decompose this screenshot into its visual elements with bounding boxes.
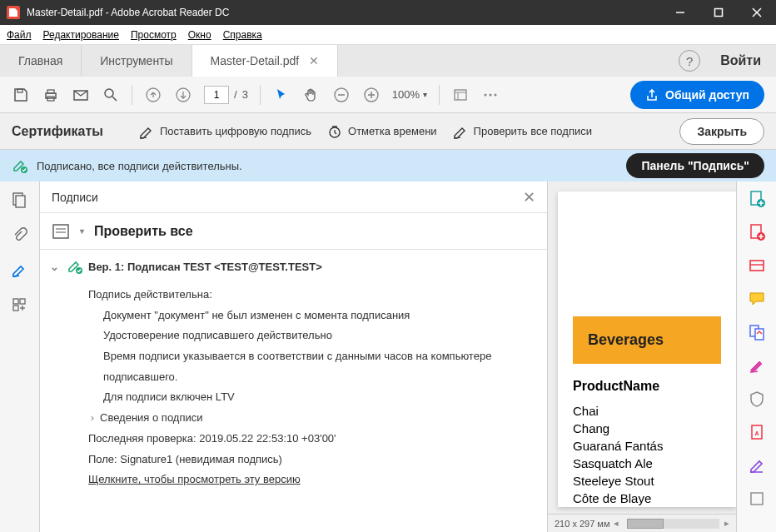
- svg-rect-33: [53, 225, 68, 238]
- next-page-icon[interactable]: [174, 86, 192, 104]
- svg-rect-44: [755, 329, 764, 340]
- sig-field: Поле: Signature1 (невидимая подпись): [88, 450, 540, 470]
- page-indicator: / 3: [204, 86, 248, 104]
- verify-all-row: ▾ Проверить все: [40, 213, 547, 250]
- maximize-button[interactable]: [699, 0, 738, 25]
- protect-icon[interactable]: [748, 390, 766, 408]
- main-area: Подписи ✕ ▾ Проверить все ⌄ Вер. 1: Подп…: [0, 181, 776, 532]
- main-toolbar: / 3 100%▾ Общий доступ: [0, 77, 776, 113]
- signature-version-row[interactable]: ⌄ Вер. 1: Подписан TEST <TEST@TEST.TEST>: [50, 258, 540, 275]
- certificates-toolbar: Сертификаты Поставить цифровую подпись О…: [0, 113, 776, 150]
- menu-file[interactable]: Файл: [7, 29, 32, 41]
- svg-rect-48: [751, 493, 763, 505]
- horizontal-scrollbar[interactable]: 210 x 297 мм ◂ ▸: [548, 514, 736, 532]
- signatures-icon[interactable]: [11, 261, 29, 280]
- cert-title: Сертификаты: [12, 124, 103, 139]
- signature-panel: Подписи ✕ ▾ Проверить все ⌄ Вер. 1: Подп…: [40, 181, 548, 532]
- thumbnails-icon[interactable]: [11, 191, 29, 210]
- sig-valid-label: Подпись действительна:: [88, 285, 540, 306]
- sign-icon[interactable]: [748, 356, 766, 375]
- zoom-level[interactable]: 100%▾: [392, 88, 427, 101]
- sig-last-check: Последняя проверка: 2019.05.22 22:53:10 …: [88, 429, 540, 450]
- signature-banner: Подписано, все подписи действительны. Па…: [0, 150, 776, 181]
- pen-icon: [138, 123, 155, 140]
- table-row: Guaraná Fantás: [573, 437, 721, 455]
- menu-view[interactable]: Просмотр: [131, 29, 177, 41]
- signature-valid-icon: [12, 157, 28, 174]
- banner-text: Подписано, все подписи действительны.: [37, 160, 618, 172]
- cert-verify-button[interactable]: Проверить все подписи: [452, 123, 592, 140]
- document-view[interactable]: Beverages ProductName Chai Chang Guaraná…: [548, 181, 736, 532]
- title-bar: Master-Detail.pdf - Adobe Acrobat Reader…: [0, 0, 776, 25]
- page-input[interactable]: [204, 86, 229, 104]
- share-button[interactable]: Общий доступ: [630, 81, 764, 109]
- column-header: ProductName: [573, 379, 721, 394]
- collapse-icon[interactable]: ⌄: [50, 261, 58, 273]
- close-tab-icon[interactable]: ✕: [309, 54, 319, 67]
- tab-document[interactable]: Master-Detail.pdf ✕: [192, 45, 339, 77]
- table-row: Chang: [573, 420, 721, 437]
- cert-timestamp-button[interactable]: Отметка времени: [326, 123, 437, 140]
- edit-pdf-icon[interactable]: [748, 256, 766, 275]
- menu-bar: Файл Редактирование Просмотр Окно Справк…: [0, 25, 776, 45]
- export-pdf-icon[interactable]: A: [748, 423, 766, 441]
- tab-tools[interactable]: Инструменты: [82, 45, 192, 77]
- signature-panel-button[interactable]: Панель "Подпись": [626, 153, 764, 178]
- comment-icon[interactable]: [748, 290, 766, 308]
- mail-icon[interactable]: [72, 86, 90, 104]
- layout-icon[interactable]: [451, 86, 470, 104]
- create-pdf-icon[interactable]: [748, 190, 766, 208]
- sig-panel-header: Подписи ✕: [40, 181, 547, 213]
- view-version-link[interactable]: Щелкните, чтобы просмотреть эту версию: [88, 470, 540, 490]
- app-icon: [7, 6, 20, 19]
- clock-icon: [326, 123, 343, 140]
- prev-page-icon[interactable]: [144, 86, 162, 104]
- table-row: Chai: [573, 402, 721, 420]
- table-row: Steeleye Stout: [573, 472, 721, 490]
- left-nav-rail: [0, 181, 40, 532]
- zoom-out-icon[interactable]: [332, 86, 351, 104]
- select-tool-icon[interactable]: [272, 86, 291, 104]
- zoom-in-icon[interactable]: [362, 86, 381, 104]
- svg-point-21: [485, 93, 487, 96]
- search-icon[interactable]: [102, 86, 120, 104]
- table-row: Côte de Blaye: [573, 490, 721, 507]
- svg-line-10: [112, 97, 117, 101]
- svg-point-23: [495, 93, 497, 96]
- attachments-icon[interactable]: [11, 226, 29, 245]
- close-panel-icon[interactable]: ✕: [523, 188, 535, 206]
- pdf-page: Beverages ProductName Chai Chang Guaraná…: [558, 191, 736, 507]
- more-tools-icon[interactable]: [748, 490, 766, 508]
- help-button[interactable]: ?: [679, 50, 700, 72]
- svg-text:A: A: [754, 430, 759, 436]
- close-window-button[interactable]: [738, 0, 776, 25]
- signature-valid-icon: [67, 258, 83, 275]
- hand-tool-icon[interactable]: [302, 86, 321, 104]
- tab-home[interactable]: Главная: [0, 45, 82, 77]
- svg-rect-27: [16, 196, 25, 207]
- svg-point-22: [490, 93, 492, 96]
- organize-icon[interactable]: [748, 323, 766, 341]
- cert-sign-button[interactable]: Поставить цифровую подпись: [138, 123, 311, 140]
- save-icon[interactable]: [12, 86, 30, 104]
- menu-edit[interactable]: Редактирование: [43, 29, 119, 41]
- menu-help[interactable]: Справка: [223, 29, 262, 41]
- combine-pdf-icon[interactable]: [748, 223, 766, 241]
- share-icon: [645, 88, 659, 102]
- svg-rect-18: [455, 90, 466, 100]
- minimize-button[interactable]: [661, 0, 699, 25]
- list-icon: [52, 222, 70, 241]
- login-button[interactable]: Войти: [720, 53, 761, 68]
- layers-icon[interactable]: [11, 296, 29, 315]
- cert-close-button[interactable]: Закрыть: [679, 118, 764, 145]
- fill-sign-icon[interactable]: [748, 456, 766, 475]
- more-icon[interactable]: [481, 86, 500, 104]
- window-title: Master-Detail.pdf - Adobe Acrobat Reader…: [27, 7, 661, 18]
- svg-rect-6: [47, 90, 54, 93]
- print-icon[interactable]: [42, 86, 60, 104]
- sig-details-toggle[interactable]: ›Сведения о подписи: [88, 408, 540, 429]
- document-tabs: Главная Инструменты Master-Detail.pdf ✕ …: [0, 45, 776, 77]
- menu-window[interactable]: Окно: [188, 29, 211, 41]
- svg-rect-28: [13, 299, 18, 304]
- verify-all-label[interactable]: Проверить все: [94, 224, 193, 239]
